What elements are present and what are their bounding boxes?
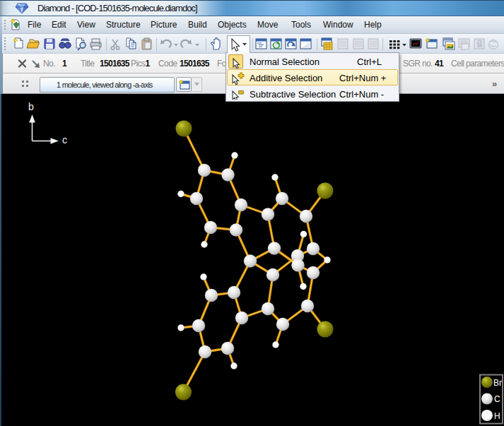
svg-text:c: c [62,134,67,146]
svg-text:C: C [494,394,500,404]
svg-text:H: H [494,411,500,421]
svg-text:b: b [28,101,34,112]
svg-text:Br: Br [493,378,502,388]
